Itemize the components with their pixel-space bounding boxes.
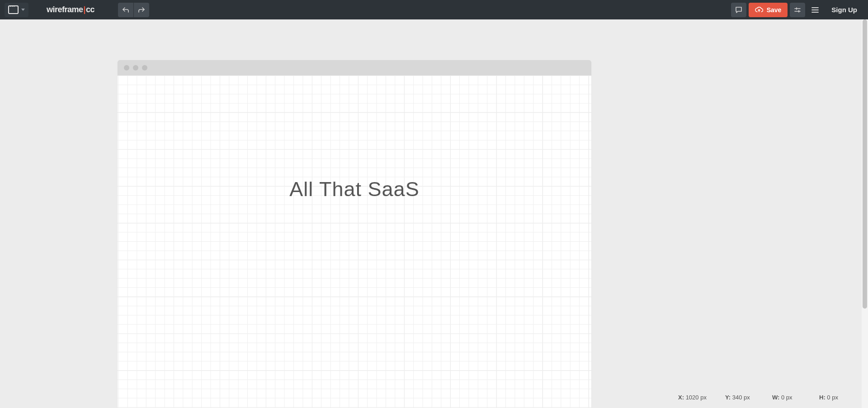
cloud-upload-icon: [755, 7, 763, 13]
logo-text-2: cc: [86, 5, 94, 14]
redo-icon: [138, 7, 145, 13]
status-h-label: H:: [819, 394, 826, 401]
toolbar-right: Save Sign Up: [731, 3, 863, 17]
window-dot-icon: [142, 65, 147, 70]
status-x: X: 1020 px: [675, 394, 722, 401]
save-label: Save: [767, 6, 782, 14]
undo-icon: [122, 7, 129, 13]
window-dot-icon: [124, 65, 129, 70]
status-w-value: 0 px: [781, 394, 793, 401]
browser-window-icon: [8, 5, 19, 14]
toolbar-left: wireframe | cc: [5, 3, 149, 17]
wireframe-canvas-grid[interactable]: All That SaaS: [118, 75, 591, 408]
status-y-value: 340 px: [732, 394, 750, 401]
vertical-scrollbar[interactable]: [862, 19, 868, 408]
window-dot-icon: [133, 65, 138, 70]
logo-text-1: wireframe: [47, 5, 83, 14]
status-w-label: W:: [772, 394, 779, 401]
redo-button[interactable]: [134, 3, 149, 17]
signup-button[interactable]: Sign Up: [825, 6, 863, 14]
status-x-value: 1020 px: [686, 394, 707, 401]
status-w: W: 0 px: [769, 394, 816, 401]
status-x-label: X:: [678, 394, 684, 401]
canvas-heading-text[interactable]: All That SaaS: [118, 178, 591, 201]
device-selector-button[interactable]: [5, 3, 28, 17]
status-y: Y: 340 px: [722, 394, 769, 401]
wireframe-browser-header: [118, 60, 591, 75]
status-h: H: 0 px: [816, 394, 863, 401]
settings-sliders-button[interactable]: [790, 3, 805, 17]
undo-redo-group: [118, 3, 149, 17]
menu-button[interactable]: [807, 3, 823, 17]
status-h-value: 0 px: [827, 394, 838, 401]
wireframe-browser-window: All That SaaS: [118, 60, 591, 408]
signup-label: Sign Up: [831, 6, 857, 14]
comment-icon: [735, 6, 742, 14]
hamburger-icon: [811, 7, 819, 13]
sliders-icon: [794, 7, 801, 13]
undo-button[interactable]: [118, 3, 133, 17]
logo-separator: |: [84, 5, 86, 14]
vertical-scrollbar-thumb[interactable]: [863, 19, 867, 309]
canvas-area[interactable]: All That SaaS: [0, 19, 868, 408]
logo[interactable]: wireframe | cc: [47, 5, 94, 14]
status-y-label: Y:: [725, 394, 731, 401]
status-bar: X: 1020 px Y: 340 px W: 0 px H: 0 px: [675, 386, 863, 408]
comment-button[interactable]: [731, 3, 746, 17]
save-button[interactable]: Save: [749, 3, 788, 17]
top-toolbar: wireframe | cc Save Sign Up: [0, 0, 868, 19]
chevron-down-icon: [21, 9, 25, 11]
